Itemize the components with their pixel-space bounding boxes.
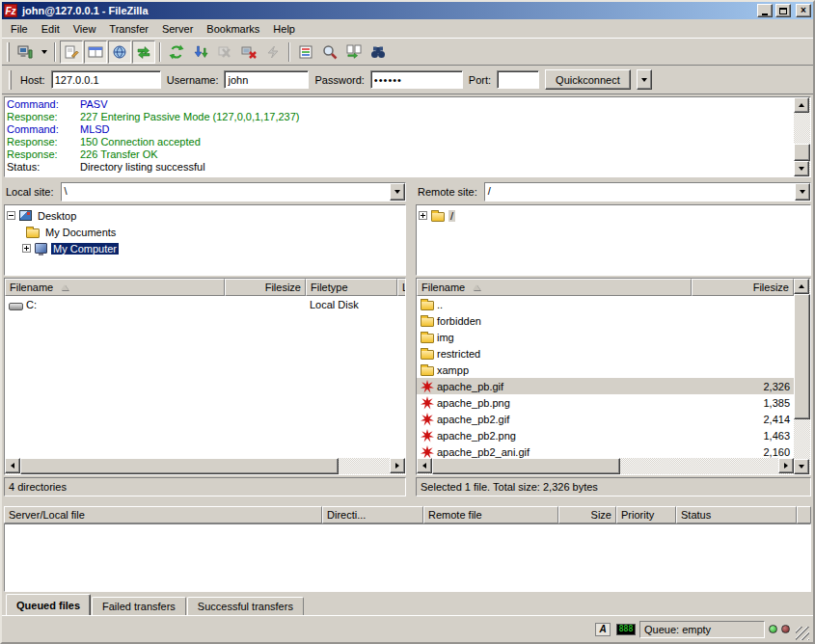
expand-icon[interactable]: [22, 244, 31, 253]
column-header-filename[interactable]: Filename: [417, 279, 692, 296]
close-button[interactable]: ×: [796, 4, 811, 17]
scroll-right-button[interactable]: [778, 458, 794, 473]
log-scrollbar[interactable]: [794, 97, 810, 176]
refresh-button[interactable]: [165, 40, 188, 64]
process-queue-button[interactable]: [189, 40, 212, 64]
expand-icon[interactable]: [419, 211, 427, 220]
data-type-indicator[interactable]: A: [593, 622, 612, 637]
synchronized-browsing-button[interactable]: [367, 40, 390, 64]
file-row[interactable]: restricted: [417, 345, 794, 362]
log-entry-text: 226 Transfer OK: [80, 148, 158, 161]
tab-successful-transfers[interactable]: Successful transfers: [187, 597, 304, 615]
toolbar-grip[interactable]: [7, 42, 10, 62]
menu-file[interactable]: File: [4, 21, 35, 37]
horizontal-splitter[interactable]: [2, 498, 813, 506]
column-header-filename[interactable]: Filename: [5, 279, 225, 296]
column-header-size[interactable]: Size: [558, 506, 616, 523]
password-input[interactable]: [370, 70, 463, 89]
minimize-button[interactable]: [757, 4, 773, 17]
speed-limits-indicator[interactable]: 888: [616, 622, 636, 637]
directory-comparison-button[interactable]: [342, 40, 366, 64]
local-list-hscrollbar[interactable]: [5, 458, 405, 474]
toggle-transfer-queue-button[interactable]: [132, 40, 155, 64]
file-row[interactable]: img: [417, 329, 794, 345]
maximize-button[interactable]: [775, 4, 791, 17]
scroll-left-button[interactable]: [417, 458, 432, 473]
column-header-filesize[interactable]: Filesize: [225, 279, 306, 296]
remote-site-dropdown-button[interactable]: [795, 183, 810, 201]
scroll-right-button[interactable]: [390, 458, 405, 473]
file-row[interactable]: forbidden: [417, 312, 794, 329]
title-bar[interactable]: Fz john@127.0.0.1 - FileZilla ×: [2, 2, 813, 19]
disconnect-button[interactable]: [237, 40, 260, 64]
file-row[interactable]: ..: [417, 296, 794, 312]
collapse-icon[interactable]: [7, 211, 15, 220]
scroll-down-button[interactable]: [794, 459, 809, 474]
file-row[interactable]: apache_pb2_ani.gif 2,160: [417, 443, 794, 458]
site-manager-button[interactable]: [14, 40, 37, 64]
tree-item-my-computer[interactable]: My Computer: [7, 240, 403, 256]
column-header-lastmodified[interactable]: L: [397, 279, 405, 296]
site-manager-dropdown[interactable]: [38, 40, 50, 64]
scroll-up-button[interactable]: [794, 279, 809, 294]
remote-list-vscrollbar[interactable]: [794, 279, 810, 474]
file-row[interactable]: apache_pb2.gif 2,414: [417, 411, 794, 427]
file-row-selected[interactable]: apache_pb.gif 2,326: [417, 378, 794, 394]
scroll-thumb[interactable]: [20, 458, 339, 474]
tree-item-root[interactable]: /: [419, 207, 808, 224]
menu-edit[interactable]: Edit: [35, 21, 67, 37]
column-header-filesize[interactable]: Filesize: [692, 279, 794, 296]
toggle-remote-tree-button[interactable]: [108, 40, 131, 64]
file-row-c-drive[interactable]: C: Local Disk: [5, 296, 405, 312]
arrow-right-icon: [395, 463, 399, 469]
file-row[interactable]: apache_pb2.png 1,463: [417, 427, 794, 443]
process-queue-icon: [193, 44, 208, 60]
scroll-up-button[interactable]: [794, 97, 809, 113]
file-row[interactable]: apache_pb.png 1,385: [417, 394, 794, 411]
host-input[interactable]: [51, 70, 161, 89]
column-header-priority[interactable]: Priority: [616, 506, 676, 523]
queue-size-status: Queue: empty: [639, 621, 765, 638]
column-header-filetype[interactable]: Filetype: [306, 279, 397, 296]
column-header-direction[interactable]: Directi...: [322, 506, 423, 523]
remote-list-hscrollbar[interactable]: [417, 458, 794, 474]
column-header-server-local-file[interactable]: Server/Local file: [4, 506, 322, 523]
folder-icon: [26, 228, 40, 238]
scroll-down-button[interactable]: [794, 161, 809, 176]
log-entry-label: Status:: [7, 161, 80, 174]
scroll-thumb[interactable]: [794, 294, 810, 419]
file-row[interactable]: xampp: [417, 362, 794, 378]
remote-site-combobox[interactable]: /: [484, 182, 811, 201]
menu-transfer[interactable]: Transfer: [102, 21, 155, 37]
resize-grip[interactable]: [796, 627, 809, 640]
chevron-down-icon: [394, 190, 400, 194]
scroll-thumb[interactable]: [432, 458, 620, 474]
menu-view[interactable]: View: [67, 21, 103, 37]
menu-help[interactable]: Help: [266, 21, 302, 37]
local-site-dropdown-button[interactable]: [390, 183, 405, 201]
scroll-thumb[interactable]: [794, 144, 810, 161]
local-site-path: \: [62, 183, 390, 201]
quickconnect-dropdown[interactable]: [637, 69, 652, 90]
tab-failed-transfers[interactable]: Failed transfers: [92, 597, 186, 615]
username-input[interactable]: [224, 70, 309, 89]
tab-queued-files[interactable]: Queued files: [6, 594, 91, 615]
file-name: apache_pb2.gif: [437, 414, 509, 425]
port-input[interactable]: [497, 70, 539, 89]
column-header-remote-file[interactable]: Remote file: [423, 506, 558, 523]
menu-bookmarks[interactable]: Bookmarks: [200, 21, 266, 37]
scroll-left-button[interactable]: [5, 458, 20, 473]
quickconnect-button[interactable]: Quickconnect: [545, 69, 631, 90]
find-files-button[interactable]: [318, 40, 341, 64]
activity-led-red: [781, 625, 790, 633]
local-site-combobox[interactable]: \: [61, 182, 406, 201]
menu-server[interactable]: Server: [155, 21, 200, 37]
filter-button[interactable]: [294, 40, 317, 64]
toggle-message-log-button[interactable]: [60, 40, 83, 64]
queue-list[interactable]: [4, 523, 811, 592]
toggle-local-tree-button[interactable]: [84, 40, 107, 64]
column-header-status[interactable]: Status: [676, 506, 797, 523]
quickconnect-grip[interactable]: [9, 70, 12, 90]
tree-item-desktop[interactable]: Desktop: [7, 207, 403, 224]
tree-item-my-documents[interactable]: My Documents: [7, 224, 403, 240]
